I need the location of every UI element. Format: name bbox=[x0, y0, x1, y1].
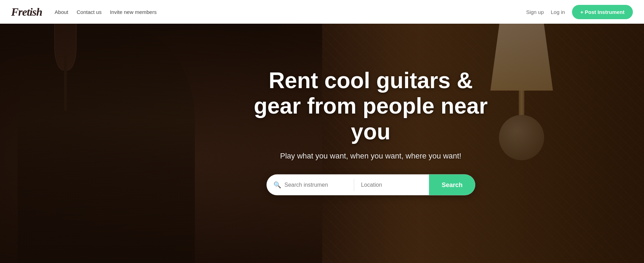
signup-link[interactable]: Sign up bbox=[526, 9, 544, 15]
nav-about[interactable]: About bbox=[55, 9, 68, 15]
nav-contact[interactable]: Contact us bbox=[77, 9, 102, 15]
header: Fretish About Contact us Invite new memb… bbox=[0, 0, 644, 24]
search-location-input[interactable] bbox=[361, 182, 422, 188]
login-link[interactable]: Log in bbox=[551, 9, 565, 15]
search-icon: 🔍 bbox=[273, 181, 281, 189]
header-right: Sign up Log in + Post Instrument bbox=[526, 5, 633, 19]
hero-content: Rent cool guitars & gear from people nea… bbox=[249, 68, 493, 195]
search-button[interactable]: Search bbox=[429, 175, 475, 195]
nav-invite[interactable]: Invite new members bbox=[110, 9, 157, 15]
search-bar: 🔍 Search bbox=[267, 175, 475, 195]
nav-links: About Contact us Invite new members bbox=[55, 9, 526, 15]
hero-headline: Rent cool guitars & gear from people nea… bbox=[249, 68, 493, 145]
hero-subheadline: Play what you want, when you want, where… bbox=[249, 152, 493, 161]
logo[interactable]: Fretish bbox=[11, 6, 42, 18]
search-instrument-input[interactable] bbox=[285, 182, 347, 188]
search-instrument-area: 🔍 bbox=[267, 175, 354, 195]
search-location-area bbox=[354, 175, 429, 195]
post-instrument-button[interactable]: + Post Instrument bbox=[572, 5, 633, 19]
hero-section: Rent cool guitars & gear from people nea… bbox=[0, 0, 644, 263]
